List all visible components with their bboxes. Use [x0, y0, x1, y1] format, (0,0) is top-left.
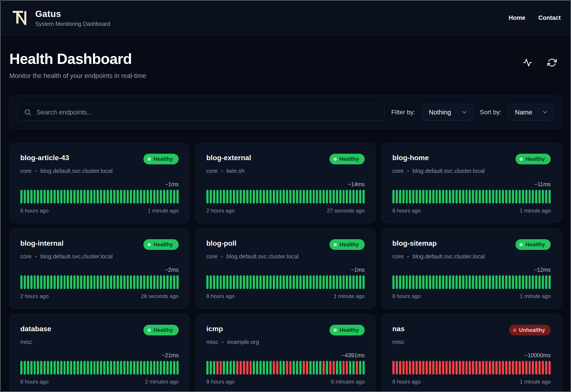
- uptime-bar-ok[interactable]: [163, 275, 165, 289]
- uptime-bar-fail[interactable]: [419, 361, 421, 375]
- uptime-bar-ok[interactable]: [213, 275, 215, 289]
- uptime-bar-ok[interactable]: [326, 361, 328, 375]
- uptime-bar-ok[interactable]: [176, 361, 179, 375]
- uptime-bar-fail[interactable]: [502, 361, 504, 375]
- uptime-bar-ok[interactable]: [432, 190, 435, 204]
- uptime-bar-ok[interactable]: [176, 190, 179, 204]
- uptime-bar-ok[interactable]: [296, 361, 298, 375]
- uptime-bar-fail[interactable]: [459, 361, 461, 375]
- uptime-bar-ok[interactable]: [110, 361, 112, 375]
- uptime-bar-ok[interactable]: [509, 190, 511, 204]
- uptime-bar-fail[interactable]: [515, 361, 517, 375]
- uptime-bar-ok[interactable]: [392, 275, 395, 289]
- uptime-bar-ok[interactable]: [60, 361, 62, 375]
- uptime-bar-ok[interactable]: [40, 275, 42, 289]
- uptime-bar-ok[interactable]: [153, 190, 155, 204]
- uptime-bar-fail[interactable]: [485, 361, 488, 375]
- uptime-bar-ok[interactable]: [220, 190, 222, 204]
- uptime-bar-ok[interactable]: [283, 361, 285, 375]
- uptime-bar-ok[interactable]: [30, 361, 32, 375]
- uptime-bar-ok[interactable]: [319, 190, 321, 204]
- uptime-bar-ok[interactable]: [489, 190, 491, 204]
- uptime-bar-ok[interactable]: [256, 361, 258, 375]
- uptime-bar-ok[interactable]: [512, 190, 514, 204]
- uptime-bar-ok[interactable]: [60, 275, 62, 289]
- uptime-bar-ok[interactable]: [37, 361, 39, 375]
- uptime-bar-fail[interactable]: [529, 361, 531, 375]
- uptime-bar-fail[interactable]: [392, 361, 395, 375]
- uptime-bar-fail[interactable]: [276, 361, 278, 375]
- uptime-bar-ok[interactable]: [120, 361, 122, 375]
- uptime-bar-ok[interactable]: [412, 190, 414, 204]
- uptime-bar-fail[interactable]: [436, 361, 438, 375]
- uptime-bar-ok[interactable]: [83, 361, 86, 375]
- uptime-bar-ok[interactable]: [256, 275, 258, 289]
- uptime-bar-fail[interactable]: [489, 361, 491, 375]
- uptime-bar-ok[interactable]: [40, 361, 42, 375]
- uptime-bar-ok[interactable]: [455, 190, 458, 204]
- uptime-bar-ok[interactable]: [266, 275, 268, 289]
- uptime-bar-ok[interactable]: [402, 275, 405, 289]
- uptime-bar-fail[interactable]: [303, 361, 305, 375]
- uptime-bar-ok[interactable]: [296, 275, 298, 289]
- uptime-bar-fail[interactable]: [426, 361, 428, 375]
- uptime-bar-ok[interactable]: [127, 190, 129, 204]
- uptime-bar-fail[interactable]: [505, 361, 507, 375]
- uptime-bar-ok[interactable]: [475, 190, 478, 204]
- uptime-bar-ok[interactable]: [502, 275, 504, 289]
- uptime-bar-ok[interactable]: [206, 190, 209, 204]
- uptime-bar-ok[interactable]: [133, 190, 135, 204]
- uptime-bar-ok[interactable]: [213, 190, 215, 204]
- uptime-bar-fail[interactable]: [422, 361, 424, 375]
- uptime-bar-ok[interactable]: [150, 190, 152, 204]
- uptime-bar-ok[interactable]: [176, 275, 179, 289]
- uptime-bar-ok[interactable]: [316, 190, 318, 204]
- uptime-bar-ok[interactable]: [236, 275, 239, 289]
- uptime-bar-fail[interactable]: [452, 361, 454, 375]
- uptime-bar-ok[interactable]: [70, 190, 72, 204]
- uptime-bar-ok[interactable]: [130, 275, 132, 289]
- uptime-bar-fail[interactable]: [406, 361, 408, 375]
- uptime-bar-ok[interactable]: [93, 361, 96, 375]
- sort-select[interactable]: Name: [508, 104, 554, 121]
- uptime-bar-ok[interactable]: [286, 190, 288, 204]
- uptime-bar-fail[interactable]: [216, 361, 219, 375]
- uptime-bar-ok[interactable]: [34, 275, 36, 289]
- uptime-bar-ok[interactable]: [67, 190, 69, 204]
- uptime-bar-ok[interactable]: [44, 275, 46, 289]
- refresh-button[interactable]: [547, 58, 557, 67]
- uptime-bar-ok[interactable]: [352, 361, 355, 375]
- uptime-bar-ok[interactable]: [233, 190, 235, 204]
- endpoint-card[interactable]: blog-pollHealthycore•blog.default.svc.cl…: [195, 229, 376, 308]
- uptime-bar-fail[interactable]: [512, 361, 514, 375]
- uptime-bar-ok[interactable]: [276, 190, 278, 204]
- uptime-bar-fail[interactable]: [329, 361, 331, 375]
- uptime-bar-ok[interactable]: [409, 275, 411, 289]
- uptime-bar-ok[interactable]: [449, 275, 451, 289]
- uptime-bar-ok[interactable]: [64, 190, 66, 204]
- uptime-bar-ok[interactable]: [240, 275, 242, 289]
- uptime-bar-ok[interactable]: [472, 190, 474, 204]
- uptime-bar-ok[interactable]: [299, 275, 301, 289]
- uptime-bar-fail[interactable]: [439, 361, 441, 375]
- uptime-bar-ok[interactable]: [502, 190, 504, 204]
- uptime-bar-ok[interactable]: [110, 275, 112, 289]
- uptime-bar-ok[interactable]: [27, 275, 29, 289]
- uptime-bar-fail[interactable]: [346, 361, 348, 375]
- uptime-bar-ok[interactable]: [216, 275, 219, 289]
- endpoint-card[interactable]: nasUnhealthymisc~10000ms8 hours ago1 min…: [381, 314, 562, 392]
- uptime-bar-ok[interactable]: [163, 361, 165, 375]
- uptime-bar-ok[interactable]: [97, 361, 99, 375]
- uptime-bar-ok[interactable]: [97, 190, 99, 204]
- uptime-bar-ok[interactable]: [273, 275, 275, 289]
- uptime-bar-ok[interactable]: [50, 275, 52, 289]
- uptime-bar-ok[interactable]: [250, 275, 252, 289]
- uptime-bar-ok[interactable]: [20, 275, 23, 289]
- uptime-bar-fail[interactable]: [499, 361, 501, 375]
- uptime-bar-ok[interactable]: [499, 275, 501, 289]
- uptime-bar-fail[interactable]: [539, 361, 541, 375]
- uptime-bar-ok[interactable]: [472, 275, 474, 289]
- uptime-bar-ok[interactable]: [243, 190, 245, 204]
- uptime-bar-fail[interactable]: [432, 361, 435, 375]
- uptime-bar-ok[interactable]: [130, 361, 132, 375]
